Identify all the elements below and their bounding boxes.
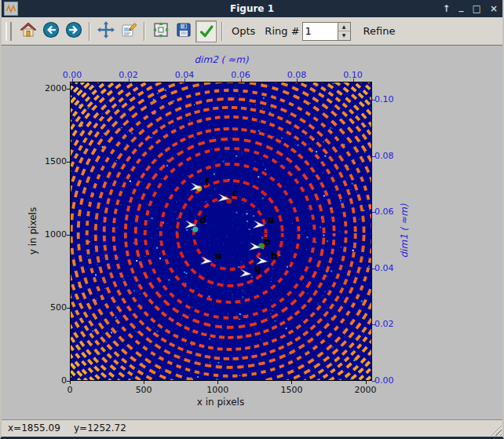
y-tick-label: 1000	[38, 229, 67, 240]
tick-mark	[184, 79, 185, 82]
tick-mark	[67, 381, 70, 382]
window-title: Figure 1	[2, 3, 502, 14]
tick-mark	[241, 79, 242, 82]
titlebar[interactable]: Figure 1 ↑ _ □ ×	[2, 0, 502, 17]
back-button[interactable]	[39, 20, 62, 43]
home-button[interactable]	[16, 20, 39, 43]
ring-number-label: Ring #	[265, 25, 299, 37]
tick-mark	[291, 381, 292, 384]
save-button[interactable]	[172, 20, 195, 43]
svg-text:a: a	[268, 214, 275, 225]
y-axis-label: y in pixels	[27, 207, 38, 254]
dim1-tick-label: 0.08	[374, 151, 394, 161]
diffraction-plot[interactable]: abcdefgh	[70, 82, 372, 381]
ring-number-input[interactable]	[303, 23, 338, 40]
figure-window: Figure 1 ↑ _ □ ×	[0, 0, 504, 439]
tick-mark	[72, 79, 73, 82]
tick-mark	[372, 381, 375, 382]
opts-button[interactable]: Opts	[232, 25, 255, 37]
pan-move-icon	[97, 20, 115, 42]
statusbar: x=1855.09 y=1252.72	[2, 419, 502, 437]
back-arrow-icon	[42, 20, 60, 42]
forward-arrow-icon	[64, 20, 83, 42]
tick-mark	[67, 308, 70, 309]
tick-mark	[144, 381, 144, 384]
toolbar-grip[interactable]	[5, 22, 12, 41]
dim1-tick-label: 0.04	[374, 263, 394, 273]
x-tick-label: 500	[136, 385, 152, 395]
configure-subplots-button[interactable]	[149, 20, 172, 43]
y-tick-label: 0	[38, 375, 67, 386]
tick-mark	[217, 381, 218, 384]
y-tick-label: 1500	[38, 156, 67, 166]
tick-mark	[372, 212, 375, 213]
toolbar-separator	[89, 22, 90, 41]
forward-button[interactable]	[62, 20, 85, 43]
save-floppy-icon	[174, 20, 193, 42]
tick-mark	[372, 156, 375, 157]
svg-text:e: e	[215, 250, 222, 262]
home-icon	[19, 20, 38, 42]
tick-mark	[353, 79, 354, 82]
x-tick-label: 2000	[355, 385, 377, 395]
x-axis-label: x in pixels	[197, 397, 244, 408]
svg-text:d: d	[199, 214, 206, 225]
svg-text:h: h	[271, 250, 278, 262]
dim1-tick-label: 0.00	[374, 375, 394, 386]
x-tick-label: 1000	[206, 385, 228, 395]
cursor-y-readout: y=1252.72	[74, 423, 126, 434]
svg-text:c: c	[232, 187, 239, 199]
window-controls: ↑ _ □ ×	[443, 0, 498, 17]
maximize-button[interactable]: □	[473, 0, 481, 17]
tick-mark	[67, 162, 70, 163]
dim1-tick-label: 0.06	[374, 207, 394, 217]
x-tick-label: 0	[68, 385, 73, 395]
resize-grip[interactable]	[491, 425, 502, 436]
tick-mark	[372, 269, 375, 269]
dim1-tick-label: 0.10	[374, 94, 394, 104]
minimize-button[interactable]: _	[459, 0, 464, 15]
edit-button[interactable]	[117, 20, 140, 43]
check-icon	[195, 20, 217, 42]
rollup-button[interactable]: ↑	[443, 0, 451, 17]
toolbar: Opts Ring # ▲ ▼ Refine	[2, 17, 502, 46]
tick-mark	[297, 79, 298, 82]
y-tick-label: 500	[38, 302, 67, 313]
edit-pencil-icon	[119, 20, 138, 42]
subplots-icon	[152, 20, 170, 42]
tick-mark	[366, 381, 367, 384]
right-axis-label: dim1 ( ≈m)	[399, 203, 410, 258]
tick-mark	[129, 79, 130, 82]
spin-up-button[interactable]: ▲	[338, 23, 350, 32]
cursor-x-readout: x=1855.09	[8, 423, 60, 434]
top-axis-label: dim2 ( ≈m)	[194, 54, 248, 65]
svg-text:f: f	[205, 176, 210, 188]
svg-text:b: b	[264, 236, 271, 247]
toolbar-separator	[144, 22, 145, 41]
pan-button[interactable]	[94, 20, 117, 43]
y-tick-label: 2000	[38, 83, 67, 93]
tick-mark	[70, 381, 71, 384]
refine-button[interactable]: Refine	[363, 25, 396, 37]
dim1-tick-label: 0.02	[374, 319, 394, 329]
close-button[interactable]: ×	[490, 0, 498, 17]
ring-number-spinbox: ▲ ▼	[302, 22, 351, 41]
spin-down-button[interactable]: ▼	[338, 31, 350, 40]
tick-mark	[372, 324, 375, 325]
x-tick-label: 1500	[280, 385, 302, 395]
tick-mark	[67, 89, 70, 90]
figure-canvas: abcdefgh dim2 ( ≈m) dim1 ( ≈m) x in pixe…	[2, 46, 502, 420]
tick-mark	[372, 100, 375, 101]
toolbar-separator	[221, 22, 223, 41]
matplotlib-logo-icon	[4, 2, 18, 16]
apply-button[interactable]	[195, 20, 217, 43]
tick-mark	[67, 235, 70, 236]
